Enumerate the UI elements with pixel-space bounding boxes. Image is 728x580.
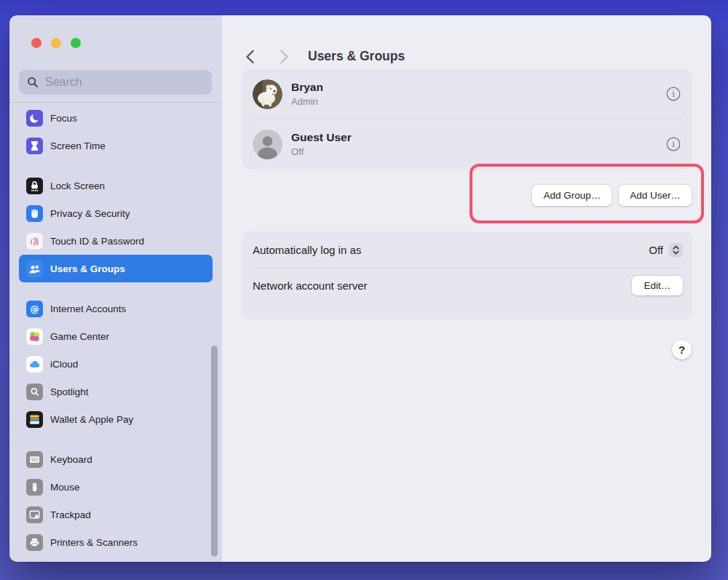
- sidebar-item-game-center[interactable]: Game Center: [19, 322, 213, 350]
- close-button[interactable]: [31, 38, 41, 48]
- sidebar-item-label: Game Center: [50, 331, 109, 342]
- mouse-icon: [26, 479, 43, 496]
- setting-label: Network account server: [253, 279, 632, 292]
- sidebar: FocusScreen TimeLock ScreenPrivacy & Sec…: [9, 15, 222, 562]
- sidebar-item-privacy-security[interactable]: Privacy & Security: [19, 199, 213, 227]
- svg-text:i: i: [672, 89, 675, 99]
- help-row: ?: [242, 340, 692, 359]
- sidebar-item-mouse[interactable]: Mouse: [19, 473, 213, 501]
- sidebar-item-label: Focus: [50, 113, 77, 124]
- sidebar-item-lock-screen[interactable]: Lock Screen: [19, 172, 213, 199]
- sidebar-item-keyboard[interactable]: Keyboard: [19, 445, 213, 473]
- focus-icon: [26, 110, 43, 127]
- svg-text:@: @: [30, 303, 39, 314]
- trackpad-icon: [26, 506, 43, 523]
- minimize-button[interactable]: [51, 38, 61, 48]
- sidebar-item-label: Touch ID & Password: [50, 236, 144, 247]
- system-settings-window: FocusScreen TimeLock ScreenPrivacy & Sec…: [9, 15, 711, 562]
- users-card: BryanAdmin i Guest UserOff i: [242, 69, 692, 169]
- sidebar-scrollbar[interactable]: [211, 346, 218, 557]
- touch-id-password-icon: [26, 233, 43, 250]
- sidebar-item-label: Keyboard: [50, 454, 92, 465]
- setting-row-network-account-server: Network account serverEdit…: [242, 268, 692, 303]
- sidebar-item-label: Wallet & Apple Pay: [50, 414, 133, 425]
- keyboard-icon: [26, 451, 43, 468]
- user-row-bryan[interactable]: BryanAdmin i: [242, 69, 692, 119]
- icloud-icon: [26, 356, 43, 373]
- main-pane: Users & Groups BryanAdmin i: [222, 15, 711, 562]
- sidebar-item-icloud[interactable]: iCloud: [19, 350, 213, 378]
- user-name: Guest User: [291, 131, 657, 144]
- help-button[interactable]: ?: [672, 340, 692, 359]
- sidebar-item-label: Printers & Scanners: [50, 537, 138, 548]
- game-center-icon: [26, 328, 43, 345]
- privacy-security-icon: [26, 205, 43, 222]
- lock-screen-icon: [26, 178, 43, 194]
- traffic-lights: [31, 38, 81, 48]
- login-settings-card: Automatically log in asOff Network accou…: [242, 232, 692, 319]
- sidebar-item-label: Trackpad: [50, 509, 91, 520]
- user-status: Admin: [291, 96, 657, 107]
- sidebar-item-spotlight[interactable]: Spotlight: [19, 378, 213, 405]
- sidebar-item-trackpad[interactable]: Trackpad: [19, 501, 213, 528]
- printers-scanners-icon: [26, 534, 43, 551]
- sidebar-item-users-groups[interactable]: Users & Groups: [19, 255, 213, 282]
- sidebar-item-touch-id-password[interactable]: Touch ID & Password: [19, 227, 213, 255]
- screen-time-icon: [26, 138, 43, 154]
- spotlight-icon: [26, 384, 43, 400]
- setting-label: Automatically log in as: [253, 244, 649, 256]
- sidebar-item-label: Spotlight: [50, 386, 89, 397]
- user-status: Off: [291, 146, 657, 157]
- add-group-button[interactable]: Add Group…: [532, 185, 612, 206]
- sidebar-item-label: Mouse: [50, 482, 80, 493]
- guest-avatar-icon: [253, 130, 282, 159]
- sidebar-item-label: Users & Groups: [50, 263, 125, 274]
- search-input[interactable]: [19, 70, 212, 95]
- sidebar-item-internet-accounts[interactable]: @Internet Accounts: [19, 295, 213, 322]
- sidebar-divider: [9, 102, 222, 103]
- setting-row-automatically-log-in-as: Automatically log in asOff: [242, 232, 692, 267]
- sidebar-item-label: iCloud: [50, 359, 78, 370]
- sidebar-item-label: Privacy & Security: [50, 208, 130, 219]
- sidebar-item-wallet-apple-pay[interactable]: Wallet & Apple Pay: [19, 405, 213, 433]
- autologin-value: Off: [649, 244, 663, 256]
- sidebar-item-label: Screen Time: [50, 140, 106, 151]
- sidebar-item-label: Lock Screen: [50, 180, 105, 191]
- sidebar-item-label: Internet Accounts: [50, 303, 126, 314]
- edit-network-server-button[interactable]: Edit…: [632, 276, 683, 295]
- sidebar-item-screen-time[interactable]: Screen Time: [19, 132, 213, 159]
- user-avatar: [253, 79, 282, 109]
- info-button[interactable]: i: [666, 87, 681, 101]
- autologin-stepper[interactable]: [669, 243, 683, 257]
- forward-button[interactable]: [277, 49, 290, 65]
- sidebar-item-printers-scanners[interactable]: Printers & Scanners: [19, 528, 213, 556]
- desktop: { "window_kind": "macOS System Settings"…: [0, 0, 728, 580]
- add-user-button[interactable]: Add User…: [619, 185, 692, 206]
- svg-text:i: i: [672, 139, 675, 149]
- user-name: Bryan: [291, 81, 657, 94]
- users-groups-icon: [26, 261, 43, 277]
- wallet-apple-pay-icon: [26, 411, 43, 428]
- sidebar-nav: FocusScreen TimeLock ScreenPrivacy & Sec…: [19, 104, 213, 556]
- user-row-guest-user[interactable]: Guest UserOff i: [242, 119, 692, 169]
- zoom-button[interactable]: [71, 38, 81, 48]
- user-actions: Add Group… Add User…: [242, 185, 692, 206]
- back-button[interactable]: [244, 49, 257, 65]
- info-button[interactable]: i: [666, 137, 681, 151]
- main-content: BryanAdmin i Guest UserOff i Add Group… …: [242, 69, 692, 562]
- internet-accounts-icon: @: [26, 301, 43, 317]
- sidebar-item-focus[interactable]: Focus: [19, 104, 213, 132]
- page-title: Users & Groups: [308, 49, 405, 64]
